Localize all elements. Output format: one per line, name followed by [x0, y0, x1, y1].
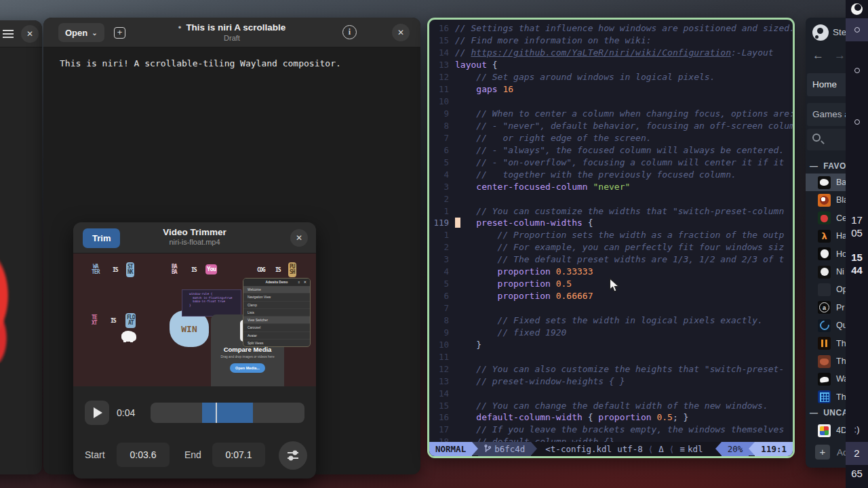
line-number: 6 — [429, 291, 455, 301]
game-icon-holl — [818, 247, 831, 260]
code-line[interactable]: 3 // The default preset widths are 1/3, … — [429, 253, 793, 266]
code-line[interactable]: 9 // When to center a column when changi… — [429, 108, 793, 120]
separator: ⟨ — [669, 444, 675, 454]
code-line[interactable]: 9 // fixed 1920 — [429, 326, 793, 338]
code-line[interactable]: 11 gaps 16 — [429, 83, 793, 96]
play-button[interactable] — [85, 401, 109, 425]
game-icon-4d — [818, 424, 831, 437]
code-text: // You can customize the widths that "sw… — [455, 206, 784, 216]
token: { — [487, 60, 498, 70]
playhead[interactable] — [216, 403, 217, 423]
token: 0.66667 — [551, 291, 593, 301]
end-time-field[interactable]: 0:07.1 — [212, 443, 265, 467]
code-line[interactable]: 8 // - "never", default behavior, focusi… — [429, 120, 793, 132]
token: 0.5 — [551, 279, 572, 289]
workspace-dot[interactable] — [846, 110, 868, 134]
is-word-3: IS — [275, 268, 281, 273]
code-line[interactable]: 6 // - "always", the focused column will… — [429, 144, 793, 156]
you-tile: You — [205, 264, 217, 274]
code-lines[interactable]: 16// Settings that influence how windows… — [429, 22, 793, 448]
code-text: gaps 16 — [455, 84, 513, 94]
sink-tile: ST NK — [126, 262, 134, 277]
line-number: 4 — [429, 266, 455, 277]
video-preview[interactable]: WA TERISST NKBA BAISYouCOGISPU SHTE XTIS… — [73, 253, 316, 386]
language-indicator: kdl — [688, 444, 703, 454]
code-line[interactable]: 12 // You can also customize the heights… — [429, 363, 793, 375]
close-icon[interactable]: ✕ — [392, 24, 410, 41]
code-line[interactable]: 17 // If you leave the brackets empty, t… — [429, 424, 793, 436]
token: ; } — [673, 412, 688, 422]
info-icon[interactable]: i — [342, 25, 357, 39]
code-line[interactable]: 8 // Fixed sets the width in logical pix… — [429, 314, 793, 327]
code-line[interactable]: 7 — [429, 302, 793, 314]
video-trimmer-window[interactable]: Trim Video Trimmer niri-is-float.mp4 ✕ W… — [73, 222, 316, 479]
trim-selection[interactable] — [202, 403, 253, 423]
code-line[interactable]: 2 // For example, you can perfectly fit … — [429, 241, 793, 253]
close-icon[interactable]: ✕ — [290, 229, 308, 247]
code-line[interactable]: 10 — [429, 96, 793, 108]
editor-text-content[interactable]: This is niri! A scrollable-tiling Waylan… — [60, 58, 341, 68]
code-line[interactable]: 15// Find more information on the wiki: — [429, 35, 793, 47]
code-line[interactable]: 13 // preset-window-heights { } — [429, 375, 793, 387]
start-label: Start — [85, 449, 105, 460]
code-line[interactable]: 2 — [429, 192, 793, 205]
code-text: default-column-width { proportion 0.5; } — [455, 412, 688, 422]
adwaita-list-item: Carousel — [243, 324, 310, 331]
code-line[interactable]: 7 // or right edge of the screen. — [429, 131, 793, 144]
code-text: proportion 0.33333 — [455, 266, 593, 277]
code-line[interactable]: 13layout { — [429, 59, 793, 71]
code-line[interactable]: 11 — [429, 350, 793, 363]
code-line[interactable]: 119 preset-column-widths { — [429, 217, 793, 229]
start-time-field[interactable]: 0:03.6 — [117, 443, 170, 467]
game-icon-cele — [818, 211, 831, 224]
line-number: 12 — [429, 364, 455, 374]
token: // Settings that influence how windows a… — [455, 23, 793, 33]
code-line[interactable]: 5 // - "on-overflow", focusing a column … — [429, 156, 793, 168]
code-text: // Proportion sets the width as a fracti… — [455, 230, 784, 240]
forward-arrow-icon[interactable]: → — [834, 49, 846, 62]
close-icon[interactable]: ✕ — [21, 25, 39, 43]
menu-icon[interactable] — [3, 30, 14, 38]
workspace-dot[interactable] — [846, 59, 868, 82]
timeline-track[interactable] — [151, 403, 304, 423]
code-line[interactable]: 16 default-column-width { proportion 0.5… — [429, 411, 793, 424]
left-partial-window[interactable]: ✕ — [0, 20, 42, 474]
code-line[interactable]: 4 // together with the previously focuse… — [429, 168, 793, 180]
moon-icon[interactable] — [851, 3, 863, 15]
code-text: // preset-window-heights { } — [455, 376, 625, 386]
line-number: 15 — [429, 401, 455, 411]
code-line[interactable]: 14 — [429, 387, 793, 399]
adwaita-list-item: Navigation View — [243, 293, 310, 301]
code-line[interactable]: 10 } — [429, 338, 793, 350]
battery-percent: 65 — [846, 468, 868, 479]
code-line[interactable]: 16// Settings that influence how windows… — [429, 22, 793, 35]
code-line[interactable]: 3 center-focused-column "never" — [429, 180, 793, 192]
workspace-dot[interactable] — [846, 18, 868, 41]
code-line[interactable]: 15 // You can change the default width o… — [429, 399, 793, 411]
code-text: // - "always", the focused column will a… — [455, 145, 784, 155]
code-line[interactable]: 1 // You can customize the widths that "… — [429, 205, 793, 217]
game-label: Pr — [836, 303, 845, 312]
token: gaps — [455, 84, 498, 94]
back-arrow-icon[interactable]: ← — [812, 49, 824, 62]
line-number: 1 — [429, 230, 455, 240]
line-number: 11 — [429, 352, 455, 362]
code-line[interactable]: 12 // Set gaps around windows in logical… — [429, 71, 793, 83]
token: proportion — [598, 412, 651, 422]
game-label: Th — [836, 357, 846, 366]
workspace-number[interactable]: 2 — [846, 442, 868, 465]
helix-editor-window[interactable]: 16// Settings that influence how windows… — [427, 18, 795, 458]
code-text: } — [455, 340, 481, 350]
token: proportion — [455, 279, 551, 289]
token: // Fixed sets the width in logical pixel… — [455, 315, 763, 325]
token: center-focused-column — [455, 182, 588, 192]
adjust-settings-icon[interactable] — [279, 441, 307, 470]
separator: ⟨ — [648, 444, 654, 454]
code-line[interactable]: 1 // Proportion sets the width as a frac… — [429, 229, 793, 241]
adwaita-list-item: Avatar — [243, 332, 310, 340]
code-line[interactable]: 4 proportion 0.33333 — [429, 266, 793, 278]
token: 16 — [498, 84, 513, 94]
floating-code-window: window-rule { match is-floating=true bab… — [182, 289, 241, 317]
code-line[interactable]: 14// https://github.com/YaLTeR/niri/wiki… — [429, 47, 793, 59]
helix-statusline: NORMAL b6fc4d <t-config.kdl utf-8 ⟨ Δ ⟨ … — [429, 442, 793, 456]
